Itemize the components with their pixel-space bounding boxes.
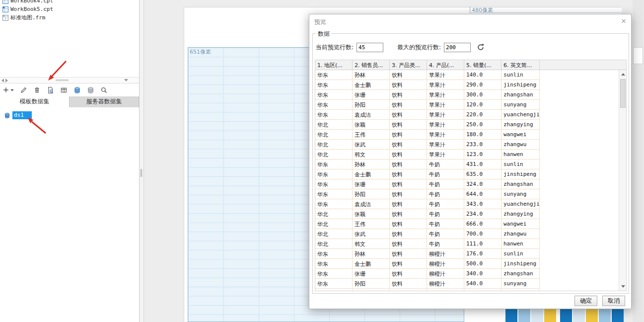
splitter-grip[interactable] — [56, 80, 69, 81]
pane-splitter-horizontal[interactable] — [0, 77, 139, 83]
panel-splitter-vertical[interactable] — [140, 0, 144, 322]
table-cell: 华东 — [315, 259, 353, 269]
collapse-left-icon[interactable] — [1, 79, 4, 82]
current-rows-input[interactable] — [357, 43, 383, 52]
table-cell: 324.0 — [464, 179, 501, 189]
table-cell: 张珊 — [353, 269, 390, 279]
table-cell: 饮料 — [390, 229, 427, 239]
table-cell: 华东 — [315, 160, 353, 169]
table-cell: 华东 — [315, 289, 353, 291]
delete-dataset-button[interactable] — [32, 85, 42, 95]
table-cell: 孙林 — [353, 160, 390, 169]
table-cell: 700.0 — [464, 229, 501, 239]
close-icon[interactable]: × — [621, 16, 626, 26]
search-icon — [100, 86, 108, 94]
table-cell: zhangwu — [501, 140, 540, 150]
scrollbar-thumb[interactable] — [633, 47, 643, 64]
edit-dataset-button[interactable] — [19, 85, 28, 95]
cancel-button[interactable]: 取消 — [602, 296, 625, 306]
refresh-button[interactable] — [477, 43, 485, 51]
table-cell: zhangying — [501, 120, 540, 130]
collapse-right-icon[interactable] — [5, 79, 8, 82]
table-cell: 孙阳 — [353, 279, 390, 289]
dataset-tabs: 模板数据集服务器数据集 — [0, 96, 139, 107]
table-header: 1. 地区(...2. 销售员...3. 产品类...4. 产品(...5. 销… — [315, 60, 626, 70]
table-cell: 176.0 — [464, 249, 501, 259]
database-gray-icon — [87, 86, 94, 94]
table-cell: zhangshan — [501, 90, 540, 100]
table-cell: 金士鹏 — [353, 259, 390, 269]
table-row: 华东袁成洁饮料柳橙汁562.0yuanchengjie — [315, 289, 619, 291]
table-cell: sunlin — [501, 160, 540, 169]
header-filler — [540, 60, 626, 70]
preview-table: 1. 地区(...2. 销售员...3. 产品类...4. 产品(...5. 销… — [315, 60, 627, 291]
table-cell: 柳橙汁 — [427, 249, 464, 259]
table-cell: 张武 — [353, 229, 390, 239]
file-tree-item[interactable]: WorkBook5.cpt — [1, 5, 138, 13]
column-header: 5. 销量(... — [464, 60, 501, 70]
table-cell: 233.0 — [464, 140, 501, 150]
cpt-file-icon — [2, 6, 8, 12]
canvas-vertical-scrollbar[interactable] — [633, 0, 644, 322]
table-cell: 343.0 — [464, 199, 501, 209]
table-row: 华东金士鹏饮料苹果汁290.0jinshipeng — [315, 80, 619, 90]
ok-button[interactable]: 确定 — [574, 296, 597, 306]
table-cell: 华北 — [315, 120, 353, 130]
table-cell: 562.0 — [464, 289, 501, 291]
frm-file-icon — [2, 15, 8, 21]
table-cell: 华东 — [315, 179, 353, 189]
max-rows-label: 最大的预览行数: — [397, 43, 441, 52]
table-cell: 644.0 — [464, 189, 501, 199]
file-tree-item[interactable]: 标准地图.frm — [1, 13, 138, 22]
table-cell: 袁成洁 — [353, 289, 390, 291]
copy-dataset-button[interactable] — [72, 85, 82, 95]
table-cell: 华东 — [315, 269, 353, 279]
table-cell: 孙阳 — [353, 189, 390, 199]
edit-sql-button[interactable] — [59, 85, 69, 95]
collapse-down-icon[interactable] — [124, 79, 128, 81]
table-cell: zhangshan — [501, 179, 540, 189]
scroll-up-icon[interactable] — [619, 71, 627, 78]
column-header: 6. 英文简... — [501, 60, 540, 70]
max-rows-input[interactable] — [444, 43, 471, 52]
search-dataset-button[interactable] — [99, 85, 109, 95]
table-cell: 苹果汁 — [427, 150, 464, 160]
table-cell: 金士鹏 — [353, 80, 390, 90]
scrollbar-thumb[interactable] — [620, 79, 626, 108]
file-tree-item[interactable]: WorkBook4.cpt — [1, 0, 138, 5]
table-cell: 431.0 — [464, 160, 501, 169]
annotation-arrows — [0, 0, 140, 322]
splitter-grip[interactable] — [141, 169, 142, 177]
table-cell: 牛奶 — [427, 179, 464, 189]
data-groupbox: 数据 当前预览行数: 最大的预览行数: 1. 地区(...2. 销售员...3.… — [312, 33, 629, 294]
table-cell: 柳橙汁 — [427, 289, 464, 291]
table-cell: 牛奶 — [427, 160, 464, 169]
preview-dataset-button[interactable] — [46, 85, 55, 95]
table-cell: 饮料 — [390, 100, 427, 110]
table-cell: 苹果汁 — [427, 100, 464, 110]
table-cell: yuanchengjie — [501, 110, 540, 120]
table-cell: 柳橙汁 — [427, 279, 464, 289]
left-panel: WorkBook4.cptWorkBook5.cpt标准地图.frm — [0, 0, 140, 322]
table-cell: 180.0 — [464, 130, 501, 140]
scroll-down-icon[interactable] — [619, 283, 627, 290]
file-name: WorkBook4.cpt — [10, 0, 53, 4]
add-dataset-button[interactable] — [1, 85, 15, 94]
table-cell: yuanchengjie — [501, 289, 540, 291]
table-cell: 666.0 — [464, 219, 501, 229]
plus-icon — [2, 86, 9, 93]
dataset-item-ds1[interactable]: ds1 — [0, 110, 139, 120]
table-row: 华东孙林饮料柳橙汁176.0sunlin — [315, 249, 619, 259]
dataset-label: ds1 — [12, 111, 32, 119]
preview-controls: 当前预览行数: 最大的预览行数: — [316, 42, 485, 53]
table-cell: 340.0 — [464, 269, 501, 279]
tab-template-datasets[interactable]: 模板数据集 — [0, 96, 70, 107]
file-name: WorkBook5.cpt — [10, 6, 53, 12]
server-dataset-button[interactable] — [86, 85, 95, 95]
table-cell: 饮料 — [390, 120, 427, 130]
tab-server-datasets[interactable]: 服务器数据集 — [70, 96, 139, 107]
column-header: 3. 产品类... — [390, 60, 427, 70]
table-cell: yuanchengjie — [501, 199, 540, 209]
table-vertical-scrollbar[interactable] — [619, 70, 626, 291]
table-cell: sunyang — [501, 279, 540, 289]
